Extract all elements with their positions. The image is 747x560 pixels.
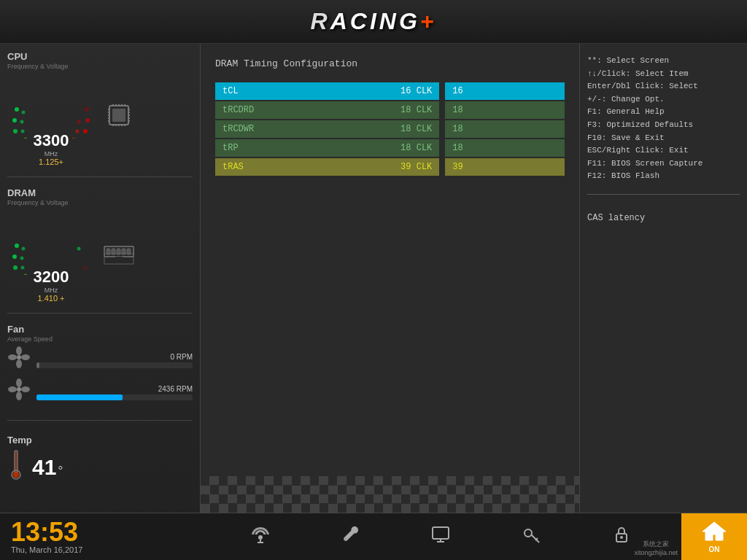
fan-section: Fan Average Speed 0 RPM bbox=[7, 324, 193, 410]
fan2-icon bbox=[7, 378, 31, 407]
svg-point-12 bbox=[83, 129, 88, 133]
dram-gauge-row: 3200 MHz 1.410 + bbox=[7, 209, 193, 303]
timing-value-2: 18 bbox=[445, 120, 565, 138]
svg-point-99 bbox=[344, 537, 347, 540]
svg-point-86 bbox=[8, 354, 17, 360]
help-item-3: +/-: Change Opt. bbox=[587, 93, 740, 106]
timing-left-4: tRAS 39 CLK bbox=[215, 158, 439, 176]
svg-point-51 bbox=[12, 254, 17, 259]
timing-row-3[interactable]: tRP 18 CLK 18 bbox=[215, 139, 565, 157]
help-item-0: **: Select Screen bbox=[587, 55, 740, 68]
svg-point-82 bbox=[17, 355, 21, 359]
logo: RACING+ bbox=[311, 8, 437, 35]
svg-point-25 bbox=[72, 138, 76, 139]
network-icon[interactable] bbox=[247, 521, 274, 553]
fan1-icon bbox=[7, 346, 31, 375]
dram-voltage: 1.410 + bbox=[37, 294, 64, 303]
svg-point-91 bbox=[8, 386, 17, 392]
fan1-bar-container: 0 RPM bbox=[36, 353, 193, 368]
svg-point-66 bbox=[21, 266, 25, 270]
help-item-2: Enter/Dbl Click: Select bbox=[587, 80, 740, 93]
temp-display: 41 ° bbox=[32, 455, 64, 480]
timing-left-3: tRP 18 CLK bbox=[215, 139, 439, 157]
fan1-speed: 0 RPM bbox=[36, 353, 193, 361]
svg-point-16 bbox=[20, 120, 24, 124]
cpu-gauge-svg bbox=[7, 73, 95, 139]
center-content: DRAM Timing Configuration tCL 16 CLK 16 … bbox=[201, 44, 579, 513]
svg-point-18 bbox=[24, 138, 28, 139]
svg-point-52 bbox=[13, 265, 18, 270]
svg-point-15 bbox=[22, 111, 26, 114]
svg-point-95 bbox=[13, 472, 20, 478]
svg-point-64 bbox=[22, 247, 26, 251]
key-icon[interactable] bbox=[517, 521, 545, 553]
svg-point-13 bbox=[85, 118, 90, 122]
timing-value-0: 16 bbox=[445, 82, 565, 100]
dram-gauge-svg bbox=[7, 209, 95, 275]
date-display: Thu, March 16,2017 bbox=[11, 545, 190, 554]
sidebar: CPU Frequency & Voltage bbox=[0, 44, 201, 513]
dram-frequency: 3200 bbox=[34, 268, 69, 287]
divider-3 bbox=[7, 420, 193, 421]
wrench-icon[interactable] bbox=[337, 521, 365, 553]
svg-point-50 bbox=[15, 244, 19, 248]
dram-subtitle: Frequency & Voltage bbox=[7, 199, 69, 206]
timing-row-4[interactable]: tRAS 39 CLK 39 bbox=[215, 158, 565, 176]
fan2-bar bbox=[36, 394, 193, 400]
checkered-decoration bbox=[201, 476, 579, 513]
temp-title: Temp bbox=[7, 435, 32, 446]
cpu-frequency: 3300 bbox=[34, 131, 69, 150]
header: RACING+ bbox=[0, 0, 747, 44]
svg-point-88 bbox=[16, 378, 22, 387]
logo-plus: + bbox=[420, 8, 437, 34]
cpu-icon bbox=[101, 97, 137, 139]
svg-point-65 bbox=[20, 257, 24, 260]
temp-degree: ° bbox=[56, 464, 64, 478]
help-item-9: F12: BIOS Flash bbox=[587, 170, 740, 183]
lock-icon[interactable] bbox=[608, 521, 635, 553]
svg-point-62 bbox=[83, 265, 88, 270]
house-icon bbox=[701, 520, 727, 542]
fan2-bar-container: 2436 RPM bbox=[36, 385, 193, 400]
svg-point-107 bbox=[620, 536, 623, 539]
timing-name-3: tRP bbox=[222, 143, 239, 153]
svg-rect-80 bbox=[115, 257, 123, 260]
timing-name-1: tRCDRD bbox=[222, 105, 254, 115]
fan1-bar-fill bbox=[36, 362, 39, 368]
timing-clk-4: 39 CLK bbox=[400, 162, 432, 172]
timing-left-0: tCL 16 CLK bbox=[215, 82, 439, 100]
main-area: CPU Frequency & Voltage bbox=[0, 44, 747, 513]
help-text-container: **: Select Screen↑↓/Click: Select ItemEn… bbox=[587, 55, 740, 183]
cpu-subtitle: Frequency & Voltage bbox=[7, 63, 69, 70]
cpu-gauge: 3300 MHz 1.125+ bbox=[7, 73, 95, 166]
svg-point-87 bbox=[17, 387, 21, 392]
svg-point-2 bbox=[13, 129, 18, 133]
svg-rect-29 bbox=[112, 109, 125, 122]
help-item-6: F10: Save & Exit bbox=[587, 132, 740, 145]
svg-rect-100 bbox=[433, 527, 449, 539]
cpu-title: CPU bbox=[7, 51, 27, 62]
timing-row-1[interactable]: tRCDRD 18 CLK 18 bbox=[215, 101, 565, 119]
timing-row-0[interactable]: tCL 16 CLK 16 bbox=[215, 82, 565, 100]
fan1-row: 0 RPM bbox=[7, 346, 193, 375]
svg-point-90 bbox=[16, 392, 22, 400]
help-item-7: ESC/Right Click: Exit bbox=[587, 144, 740, 158]
svg-point-103 bbox=[525, 529, 532, 537]
timing-value-1: 18 bbox=[445, 101, 565, 119]
svg-point-83 bbox=[16, 346, 22, 355]
watermark: 系统之家 xitongzhijia.net bbox=[634, 540, 678, 556]
temp-section: Temp 41 ° bbox=[7, 434, 193, 487]
timing-clk-3: 18 CLK bbox=[400, 143, 432, 153]
svg-point-14 bbox=[85, 107, 89, 112]
orange-button[interactable]: ON bbox=[681, 513, 747, 561]
dram-section: DRAM Frequency & Voltage bbox=[7, 187, 193, 303]
dram-gauge: 3200 MHz 1.410 + bbox=[7, 209, 95, 303]
help-item-8: F11: BIOS Screen Capture bbox=[587, 158, 740, 171]
fan-subtitle: Average Speed bbox=[7, 335, 193, 343]
svg-point-84 bbox=[21, 354, 30, 360]
monitor-icon[interactable] bbox=[427, 521, 454, 553]
divider-1 bbox=[7, 176, 193, 177]
fan-title: Fan bbox=[7, 324, 193, 335]
cpu-voltage: 1.125+ bbox=[39, 158, 63, 166]
timing-row-2[interactable]: tRCDWR 18 CLK 18 bbox=[215, 120, 565, 138]
